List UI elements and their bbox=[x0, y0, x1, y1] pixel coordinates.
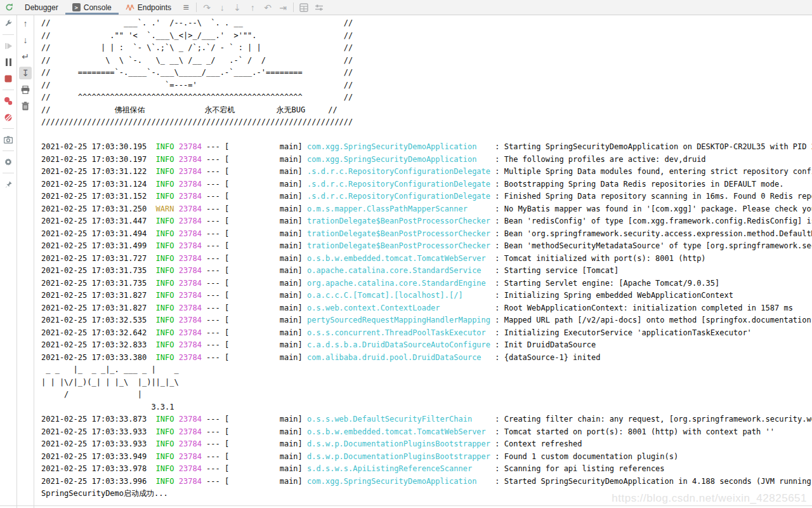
log-line: 2021-02-25 17:03:32.833 INFO 23784 --- [… bbox=[41, 339, 812, 352]
ascii-art-line: // ========`-.____`-.___\_____/___.-`___… bbox=[41, 67, 812, 79]
log-line: 2021-02-25 17:03:31.735 INFO 23784 --- [… bbox=[41, 277, 812, 290]
ascii-art-line: // \ \ `-. \_ __\ /__ _/ .-` / / // bbox=[41, 55, 812, 67]
strip-separator bbox=[3, 150, 14, 151]
ascii-art-line: ////////////////////////////////////////… bbox=[41, 116, 812, 129]
rerun-button[interactable] bbox=[0, 0, 18, 15]
next-occurrence-button[interactable]: ↓ bbox=[19, 34, 32, 46]
log-line: 2021-02-25 17:03:31.827 INFO 23784 --- [… bbox=[41, 290, 812, 302]
gear-icon bbox=[4, 157, 13, 166]
log-line: 2021-02-25 17:03:31.152 INFO 23784 --- [… bbox=[41, 190, 812, 203]
run-to-cursor-icon: ⇥ bbox=[279, 3, 287, 13]
debugger-settings-button[interactable] bbox=[2, 156, 15, 168]
log-line: 2021-02-25 17:03:33.978 INFO 23784 --- [… bbox=[41, 463, 812, 476]
ascii-art-line: // ^^^^^^^^^^^^^^^^^^^^^^^^^^^^^^^^^^^^^… bbox=[41, 91, 812, 104]
strip-separator bbox=[3, 90, 14, 90]
log-line: 2021-02-25 17:03:31.499 INFO 23784 --- [… bbox=[41, 240, 812, 253]
mute-breakpoints-button[interactable] bbox=[2, 111, 15, 124]
step-into-icon: ↓ bbox=[220, 3, 225, 13]
clear-all-button[interactable] bbox=[19, 100, 32, 112]
layout-settings-button[interactable] bbox=[311, 0, 327, 15]
pin-tab-button[interactable] bbox=[2, 178, 15, 190]
run-to-cursor-button[interactable]: ⇥ bbox=[275, 0, 291, 15]
thread-dump-button[interactable] bbox=[2, 133, 15, 146]
log-line: 2021-02-25 17:03:31.735 INFO 23784 --- [… bbox=[41, 265, 812, 277]
debug-toolbar: Debugger > Console Endpoints ≡ bbox=[0, 0, 812, 15]
log-line: 2021-02-25 17:03:33.933 INFO 23784 --- [… bbox=[41, 438, 812, 451]
drop-frame-icon: ↶ bbox=[264, 3, 272, 13]
tab-debugger-label: Debugger bbox=[25, 3, 58, 12]
window-bottom-border bbox=[0, 505, 812, 506]
strip-separator bbox=[3, 128, 14, 129]
log-line: 2021-02-25 17:03:33.949 INFO 23784 --- [… bbox=[41, 451, 812, 464]
prev-occurrence-button[interactable]: ↑ bbox=[19, 17, 32, 30]
pin-icon bbox=[4, 180, 13, 189]
options-menu-button[interactable]: ≡ bbox=[178, 0, 193, 15]
blank-line bbox=[41, 129, 812, 142]
log-line: 2021-02-25 17:03:30.195 INFO 23784 --- [… bbox=[41, 141, 812, 154]
wrench-icon bbox=[4, 19, 13, 28]
log-line: 2021-02-25 17:03:30.197 INFO 23784 --- [… bbox=[41, 154, 812, 166]
step-out-button[interactable]: ↑ bbox=[245, 0, 260, 15]
step-over-button[interactable]: ↷ bbox=[199, 0, 214, 15]
stop-icon bbox=[4, 75, 12, 83]
ascii-art-line: // | | : `- \`.;`\ _ /`;.`/ - ` : | | // bbox=[41, 42, 812, 55]
pause-button[interactable] bbox=[2, 56, 15, 69]
drop-frame-button[interactable]: ↶ bbox=[260, 0, 275, 15]
ascii-art-line: | | |\/|_)(_| | |_\ |_)||_|_\ bbox=[41, 377, 812, 389]
trash-icon bbox=[22, 102, 29, 110]
mute-breakpoint-icon bbox=[4, 113, 13, 122]
step-into-button[interactable]: ↓ bbox=[214, 0, 230, 15]
toolbar-separator bbox=[196, 3, 197, 12]
resume-button[interactable] bbox=[2, 39, 15, 52]
ascii-art-line: _ _ |_ _ _|_. ___ _ | _ bbox=[41, 364, 812, 377]
console-output[interactable]: // ___`. .' /--.--\ `. . __ //// ."" '< … bbox=[34, 15, 812, 508]
arrow-up-icon: ↑ bbox=[23, 18, 28, 29]
force-step-into-button[interactable]: ⇣ bbox=[230, 0, 245, 15]
pause-icon bbox=[5, 58, 12, 66]
calculator-icon bbox=[299, 3, 308, 12]
log-line: 2021-02-25 17:03:31.727 INFO 23784 --- [… bbox=[41, 253, 812, 265]
strip-separator bbox=[3, 34, 14, 35]
log-line: 2021-02-25 17:03:31.827 INFO 23784 --- [… bbox=[41, 302, 812, 315]
view-breakpoints-button[interactable] bbox=[2, 95, 15, 107]
tab-endpoints-label: Endpoints bbox=[138, 3, 171, 12]
log-line: 2021-02-25 17:03:31.124 INFO 23784 --- [… bbox=[41, 178, 812, 191]
log-line: 2021-02-25 17:03:31.494 INFO 23784 --- [… bbox=[41, 228, 812, 241]
log-line: 2021-02-25 17:03:32.642 INFO 23784 --- [… bbox=[41, 327, 812, 340]
print-button[interactable] bbox=[19, 83, 32, 96]
console-icon: > bbox=[72, 3, 81, 11]
wrench-button[interactable] bbox=[2, 17, 15, 30]
debugger-action-strip bbox=[0, 15, 17, 508]
breakpoints-icon bbox=[4, 97, 13, 105]
soft-wrap-icon: ↵ bbox=[22, 51, 29, 62]
log-line: 2021-02-25 17:03:31.250 WARN 23784 --- [… bbox=[41, 203, 812, 216]
log-line: 2021-02-25 17:03:33.380 INFO 23784 --- [… bbox=[41, 352, 812, 364]
soft-wrap-button[interactable]: ↵ bbox=[19, 50, 32, 63]
tab-endpoints[interactable]: Endpoints bbox=[119, 0, 178, 15]
tab-console-label: Console bbox=[84, 3, 112, 12]
tab-console[interactable]: > Console bbox=[65, 0, 119, 15]
log-line: 2021-02-25 17:03:32.535 INFO 23784 --- [… bbox=[41, 314, 812, 327]
ascii-art-line: // ."" '< `.___\_<|>_/___.' >'"". // bbox=[41, 30, 812, 43]
log-line: 2021-02-25 17:03:33.933 INFO 23784 --- [… bbox=[41, 426, 812, 439]
log-line: 2021-02-25 17:03:31.447 INFO 23784 --- [… bbox=[41, 215, 812, 228]
force-step-into-icon: ⇣ bbox=[233, 3, 241, 13]
console-action-strip: ↑ ↓ ↵ ↧ bbox=[17, 15, 34, 508]
scroll-to-end-icon: ↧ bbox=[22, 68, 29, 78]
tool-window-tabs: Debugger > Console Endpoints bbox=[18, 0, 178, 15]
evaluate-expression-button[interactable] bbox=[296, 0, 311, 15]
rerun-icon bbox=[4, 3, 14, 12]
ascii-art-line: 3.3.1 bbox=[41, 401, 812, 414]
strip-separator bbox=[3, 173, 14, 173]
resume-icon bbox=[4, 42, 13, 50]
stop-button[interactable] bbox=[2, 72, 15, 85]
log-line: 2021-02-25 17:03:33.996 INFO 23784 --- [… bbox=[41, 476, 812, 488]
tab-debugger[interactable]: Debugger bbox=[18, 0, 65, 15]
arrow-down-icon: ↓ bbox=[23, 35, 28, 45]
watermark-text: https://blog.csdn.net/weixin_42825651 bbox=[612, 492, 807, 505]
printer-icon bbox=[21, 86, 30, 94]
ascii-art-line: // `=---=' // bbox=[41, 79, 812, 92]
ascii-art-line: / | bbox=[41, 389, 812, 401]
ascii-art-line: // ___`. .' /--.--\ `. . __ // bbox=[41, 17, 812, 30]
scroll-to-end-button[interactable]: ↧ bbox=[19, 67, 32, 79]
